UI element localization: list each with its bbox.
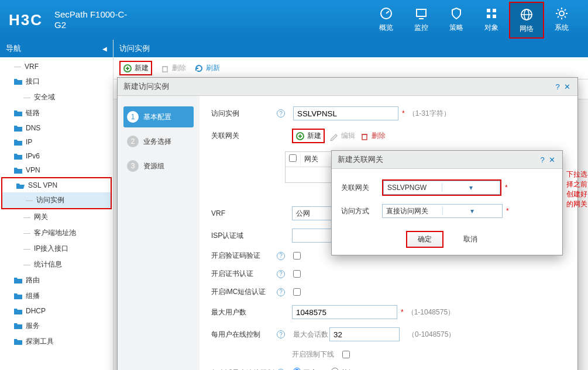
content-toolbar: 新建 删除 刷新: [114, 57, 588, 79]
help-icon[interactable]: ?: [538, 155, 547, 164]
d2-gw-select[interactable]: SSLVPNGW▾: [383, 181, 500, 195]
tree-interface[interactable]: 接口: [0, 74, 113, 89]
tree-vrf[interactable]: —VRF: [0, 60, 113, 74]
nav-object[interactable]: 对象: [474, 2, 509, 39]
wizard-steps: 1基本配置 2业务选择 3资源组: [118, 96, 200, 370]
top-nav: 概览 监控 策略 对象 网络 系统: [369, 2, 579, 39]
peruser-label: 每用户在线控制: [211, 330, 276, 340]
svg-rect-2: [417, 9, 426, 16]
access-hint: （1-31字符）: [408, 109, 451, 119]
svg-line-1: [386, 11, 389, 13]
gear-icon: [555, 6, 569, 20]
tree-ip[interactable]: IP: [0, 135, 113, 149]
d2-gw-label: 关联网关: [341, 183, 382, 193]
nav-overview[interactable]: 概览: [369, 2, 404, 39]
code-checkbox[interactable]: [293, 252, 301, 260]
tree-securityzone[interactable]: —安全域: [0, 89, 113, 105]
brand-logo: H3C: [9, 11, 43, 29]
tree-link[interactable]: 链路: [0, 105, 113, 121]
pencil-icon: [329, 132, 339, 141]
tree-dns[interactable]: DNS: [0, 121, 113, 135]
help-icon[interactable]: ?: [277, 288, 285, 296]
refresh-icon: [194, 64, 204, 73]
code-label: 开启验证码验证: [211, 251, 276, 261]
tree-route[interactable]: 路由: [0, 272, 113, 288]
isp-label: ISP认证域: [211, 231, 276, 241]
app-header: H3C SecPath F1000-C- G2 概览 监控 策略 对象 网络 系…: [0, 0, 588, 40]
step-basic[interactable]: 1基本配置: [123, 106, 194, 127]
sidebar-title: 导航: [6, 43, 21, 54]
svg-line-17: [565, 16, 566, 18]
tree-ipv6[interactable]: IPv6: [0, 149, 113, 163]
tree-clientpool[interactable]: —客户端地址池: [0, 225, 113, 241]
tree-access-instance[interactable]: —访问实例: [2, 192, 111, 208]
access-input[interactable]: [293, 106, 398, 120]
tree-ipaccess-if[interactable]: —IP接入接口: [0, 241, 113, 257]
nav-system[interactable]: 系统: [544, 2, 579, 39]
tree-sslvpn[interactable]: SSL VPN: [2, 178, 111, 192]
new-button[interactable]: 新建: [119, 61, 152, 75]
help-icon[interactable]: ?: [277, 252, 285, 260]
help-icon[interactable]: ?: [277, 270, 285, 278]
sidebar: 导航 ◀ —VRF 接口 —安全域 链路 DNS IP IPv6 VPN SSL…: [0, 40, 114, 370]
cert-checkbox[interactable]: [293, 270, 301, 278]
dialog2-titlebar[interactable]: 新建关联网关 ? ✕: [332, 151, 562, 169]
vrf-label: VRF: [211, 209, 276, 217]
nav-policy[interactable]: 策略: [439, 2, 474, 39]
svg-line-19: [565, 9, 566, 11]
svg-rect-4: [487, 9, 490, 12]
tree-vpn[interactable]: VPN: [0, 163, 113, 177]
step-business[interactable]: 2业务选择: [123, 131, 194, 152]
help-icon[interactable]: ?: [553, 82, 562, 91]
svg-rect-6: [487, 15, 490, 18]
chevron-down-icon: ▾: [442, 184, 500, 192]
imc-checkbox[interactable]: [293, 288, 301, 296]
imc-label: 开启iMC短信认证: [211, 287, 276, 297]
maxsession-hint: （0-1048575）: [408, 330, 455, 340]
help-icon[interactable]: ?: [277, 330, 285, 338]
gauge-icon: [379, 6, 393, 20]
ok-button[interactable]: 确定: [406, 231, 443, 248]
maxuser-input[interactable]: [292, 305, 397, 319]
chevron-down-icon: ▾: [442, 207, 503, 215]
dialog2-title: 新建关联网关: [338, 154, 538, 165]
access-label: 访问实例: [211, 109, 276, 119]
svg-line-16: [558, 9, 559, 11]
nav-network[interactable]: 网络: [509, 2, 544, 39]
tree-gateway[interactable]: —网关: [0, 209, 113, 225]
tree-service[interactable]: 服务: [0, 318, 113, 334]
forceoff-checkbox[interactable]: [342, 351, 350, 358]
help-icon[interactable]: ?: [277, 109, 285, 117]
maxconn-label: 每会话最大连接限制: [211, 368, 276, 371]
d2-cancel-button[interactable]: 取消: [453, 232, 488, 247]
gw-label: 关联网关: [211, 131, 276, 141]
inner-edit-button[interactable]: 编辑: [329, 131, 355, 141]
close-icon[interactable]: ✕: [547, 155, 556, 164]
inner-new-button[interactable]: 新建: [292, 129, 325, 143]
nav-monitor[interactable]: 监控: [404, 2, 439, 39]
close-icon[interactable]: ✕: [562, 82, 572, 91]
radio-off[interactable]: 关闭: [331, 368, 355, 370]
tree-probe[interactable]: 探测工具: [0, 334, 113, 350]
cert-label: 开启证书认证: [211, 269, 276, 279]
d2-method-label: 访问方式: [341, 206, 382, 216]
svg-line-18: [558, 16, 559, 18]
globe-icon: [520, 8, 534, 22]
tree-stats[interactable]: —统计信息: [0, 257, 113, 272]
refresh-button[interactable]: 刷新: [194, 63, 220, 73]
inner-delete-button[interactable]: 删除: [360, 131, 386, 141]
step-resource[interactable]: 3资源组: [123, 155, 194, 177]
radio-on[interactable]: 开启: [293, 368, 317, 370]
content-area: 访问实例 新建 删除 刷新 访问实例名称 工作状态 网关 服务器地址: [114, 40, 588, 370]
shield-icon: [449, 6, 463, 20]
maxsession-input[interactable]: [329, 327, 400, 341]
delete-button[interactable]: 删除: [160, 63, 186, 73]
dialog1-titlebar[interactable]: 新建访问实例 ? ✕: [118, 78, 577, 96]
grid-icon: [484, 6, 498, 20]
svg-rect-5: [493, 9, 496, 12]
gw-select-all[interactable]: [289, 154, 297, 162]
collapse-icon[interactable]: ◀: [102, 46, 107, 52]
d2-method-select[interactable]: 直接访问网关▾: [382, 204, 503, 218]
tree-multicast[interactable]: 组播: [0, 288, 113, 304]
tree-dhcp[interactable]: DHCP: [0, 304, 113, 318]
